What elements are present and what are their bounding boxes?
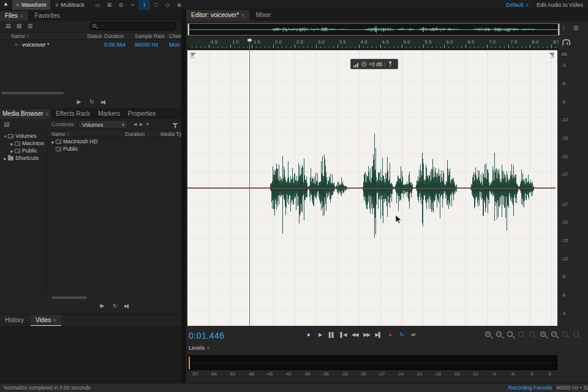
timeline-ruler[interactable]: 0.51.01.52.02.53.03.54.04.55.05.56.06.57… <box>187 38 559 49</box>
hud-gain-value[interactable]: +0 dB <box>369 61 382 67</box>
playhead-handle[interactable] <box>247 39 252 42</box>
stop-button[interactable]: ■ <box>303 330 314 341</box>
col-media-type[interactable]: Media Ty <box>160 130 181 138</box>
volume-hud[interactable]: +0 dB <box>350 59 398 69</box>
tab-markers[interactable]: Markers <box>95 109 123 119</box>
overview-right-handle[interactable] <box>558 24 559 35</box>
spot-healing-brush-tool-icon[interactable]: ⊕ <box>173 0 185 10</box>
forward-button[interactable]: ▶ <box>140 119 143 130</box>
add-shortcut-button[interactable]: + <box>146 119 149 130</box>
zoom-reset-button[interactable] <box>560 330 571 341</box>
panel-menu-icon[interactable]: ≡ <box>241 13 244 18</box>
rewind-button[interactable]: ◀◀ <box>349 330 361 341</box>
new-file-icon[interactable]: ▥ <box>24 21 36 30</box>
col-sample-rate[interactable]: Sample Rate <box>135 32 165 40</box>
panel-menu-icon[interactable]: ≡ <box>207 345 210 351</box>
edit-audio-to-video-workspace[interactable]: Edit Audio to Video <box>537 0 583 10</box>
time-selection-tool-icon[interactable]: I <box>138 0 150 10</box>
hud-pin-icon[interactable] <box>388 61 393 67</box>
zoom-out-amplitude-button[interactable]: − <box>549 330 560 341</box>
playhead[interactable] <box>249 38 250 326</box>
col-name[interactable]: Name ↑ <box>51 130 69 138</box>
tree-item-volumes[interactable]: ▼Volumes <box>0 132 47 140</box>
adobe-logo-icon[interactable]: ▲ <box>3 1 9 7</box>
tab-files[interactable]: Files≡ <box>0 11 28 21</box>
zoom-full-button[interactable] <box>505 330 516 341</box>
preview-play-button[interactable]: ▶ <box>74 97 85 106</box>
razor-tool-icon[interactable]: ⊘ <box>115 0 127 10</box>
levels-panel-header[interactable]: Levels≡ <box>189 345 210 351</box>
tree-item-shortcuts[interactable]: ▶Shortcuts <box>0 154 47 162</box>
panel-menu-icon[interactable]: ≡ <box>20 13 23 19</box>
col-name[interactable]: Name ↑ <box>11 32 29 40</box>
waveform-display[interactable] <box>187 50 557 326</box>
tab-mixer[interactable]: Mixer <box>251 10 276 21</box>
panel-menu-icon[interactable]: ≡ <box>46 111 49 117</box>
multitrack-mode-button[interactable]: ≡Multitrack <box>51 0 88 10</box>
levels-meter[interactable] <box>187 355 557 370</box>
preview-loop-button[interactable]: ↻ <box>110 301 121 310</box>
marquee-selection-tool-icon[interactable]: □ <box>150 0 162 10</box>
pause-button[interactable]: ▌▌ <box>326 330 337 341</box>
col-status[interactable]: Status <box>87 32 102 40</box>
media-list-row[interactable]: Public <box>48 145 181 153</box>
tab-history[interactable]: History <box>0 315 29 326</box>
loop-playback-button[interactable]: ↻ <box>396 330 407 341</box>
preview-autoplay-button[interactable] <box>123 301 134 310</box>
tree-item-macintos[interactable]: ▶Macintos <box>0 140 47 147</box>
zoom-selection-button[interactable] <box>571 330 582 341</box>
media-list-row[interactable]: ▶Macintosh HD <box>48 138 181 145</box>
zoom-out-selection-right-button[interactable] <box>527 330 538 341</box>
preview-play-button[interactable]: ▶ <box>97 301 108 310</box>
zoom-in-time-button[interactable]: + <box>483 330 494 341</box>
skip-to-start-button[interactable]: ▌◀ <box>337 330 349 341</box>
play-button[interactable]: ▶ <box>314 330 326 341</box>
files-hscrollbar[interactable] <box>1 92 64 94</box>
panel-menu-icon[interactable]: ≡ <box>53 318 56 323</box>
import-file-icon[interactable]: ▧ <box>13 21 24 30</box>
open-file-icon[interactable]: ▤ <box>2 21 13 30</box>
fast-forward-button[interactable]: ▶▶ <box>361 330 372 341</box>
record-button[interactable]: ● <box>384 330 396 341</box>
files-column-header[interactable]: Name ↑ Status Duration Sample Rate Chan <box>0 32 181 40</box>
card-reader-icon[interactable]: ▤ <box>4 119 9 130</box>
col-channels[interactable]: Chan <box>169 32 181 40</box>
scroll-options-icon[interactable]: ↕ <box>562 24 565 31</box>
tab-editor-voiceover[interactable]: Editor: voiceover*≡ <box>186 10 249 21</box>
waveform-mode-button[interactable]: ≈Waveform <box>12 0 50 10</box>
panel-divider[interactable] <box>181 10 186 383</box>
preview-autoplay-button[interactable] <box>99 97 110 106</box>
tab-video[interactable]: Video≡ <box>31 315 61 326</box>
frame-tool-icon[interactable]: ▭ <box>92 0 104 10</box>
files-search-input[interactable] <box>100 23 161 30</box>
file-row-voiceover[interactable]: ≈ voiceover * 0:08.584 96000 Hz Mon <box>0 41 181 48</box>
zoom-in-selection-left-button[interactable] <box>516 330 527 341</box>
col-duration[interactable]: Duration <box>125 130 145 138</box>
zoom-out-time-button[interactable]: − <box>494 330 505 341</box>
tab-media-browser[interactable]: Media Browser≡ <box>0 109 51 119</box>
tab-effects-rack[interactable]: Effects Rack <box>53 109 93 119</box>
overview-left-handle[interactable] <box>188 24 189 35</box>
recording-favorite-link[interactable]: Recording Favorite <box>508 383 552 392</box>
expander-icon[interactable]: ▶ <box>2 155 8 162</box>
zoom-in-amplitude-button[interactable]: + <box>538 330 549 341</box>
dual-display-tool-icon[interactable]: ⊞ <box>104 0 115 10</box>
amplitude-scale[interactable]: dB -3-6-9-12-15-21-27-27-21-15-12-9-6-3 <box>559 50 575 326</box>
back-button[interactable]: ◀ <box>134 119 137 130</box>
media-list-header[interactable]: Name ↑ Duration Media Ty <box>48 130 181 137</box>
tree-item-public[interactable]: ▶Public <box>0 147 47 154</box>
tab-favorites[interactable]: Favorites <box>30 11 65 21</box>
tab-properties[interactable]: Properties <box>125 109 159 119</box>
waveform-overview[interactable] <box>187 23 560 36</box>
range-marker-left-icon[interactable] <box>190 53 196 58</box>
time-display[interactable]: 0:01.446 <box>189 331 225 341</box>
grid-view-icon[interactable]: ⊞ <box>573 24 578 31</box>
workspace-selector[interactable]: Default≡ <box>506 0 529 10</box>
col-duration[interactable]: Duration <box>104 32 124 40</box>
lasso-selection-tool-icon[interactable]: ◇ <box>162 0 173 10</box>
expander-icon[interactable]: ▼ <box>2 133 8 140</box>
skip-selection-button[interactable]: ⇄ <box>407 330 419 341</box>
media-hscrollbar[interactable] <box>51 296 87 299</box>
preview-loop-button[interactable]: ↻ <box>86 97 97 106</box>
skip-to-end-button[interactable]: ▶▌ <box>372 330 384 341</box>
